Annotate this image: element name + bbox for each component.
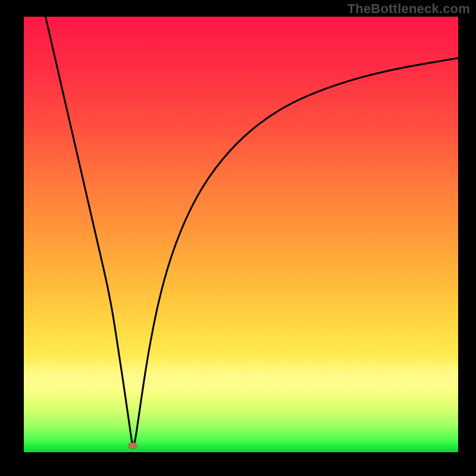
plot-area [24, 17, 458, 452]
watermark-text: TheBottleneck.com [347, 1, 470, 17]
bottleneck-curve [24, 17, 458, 452]
chart-frame: TheBottleneck.com [0, 0, 476, 476]
minimum-marker [129, 443, 137, 449]
